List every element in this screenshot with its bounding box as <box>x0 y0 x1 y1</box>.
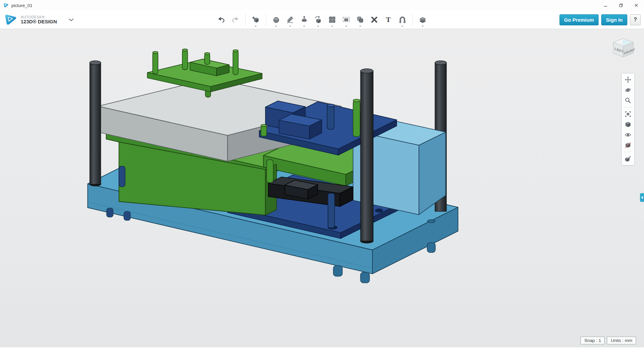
panel-expand-tab[interactable] <box>640 193 644 202</box>
material-tool-button[interactable] <box>416 11 430 28</box>
nav-separator <box>624 107 632 107</box>
modify-tool-button[interactable] <box>311 11 325 28</box>
construct-tool-button[interactable] <box>297 11 311 28</box>
construct-icon <box>300 15 309 24</box>
window-controls <box>598 0 644 11</box>
ejector-pin-upper[interactable] <box>327 105 334 129</box>
green-peg-body[interactable] <box>267 159 273 183</box>
zoom-fit-button[interactable] <box>624 110 632 118</box>
green-post[interactable] <box>353 99 360 136</box>
combine-tool-button[interactable] <box>353 11 367 28</box>
dropdown-caret <box>401 26 403 27</box>
transform-tool-button[interactable] <box>249 11 263 28</box>
clamp-pin[interactable] <box>204 54 210 64</box>
title-bar: picture_01 <box>0 0 644 11</box>
snap-setting[interactable]: Snap : 1 <box>581 337 605 344</box>
undo-icon <box>217 15 226 24</box>
restore-button[interactable] <box>613 0 629 11</box>
green-peg-body[interactable] <box>261 125 267 136</box>
app-menu-button[interactable] <box>66 15 76 25</box>
go-premium-button[interactable]: Go Premium <box>559 14 599 25</box>
guide-post-front[interactable] <box>360 69 373 243</box>
base-foot[interactable] <box>427 243 436 253</box>
account-actions: Go Premium Sign In ? <box>559 14 644 25</box>
base-foot[interactable] <box>333 266 342 276</box>
modify-icon <box>314 15 323 24</box>
dropdown-caret <box>345 26 347 27</box>
appearance-icon <box>625 155 631 162</box>
green-peg[interactable] <box>267 159 273 183</box>
minimize-button[interactable] <box>598 0 613 11</box>
text-icon: T <box>384 15 393 24</box>
snap-icon <box>370 15 379 24</box>
pattern-tool-button[interactable] <box>325 11 339 28</box>
pan-button[interactable] <box>624 76 632 83</box>
window-title: picture_01 <box>11 3 32 8</box>
clamp-pin-top <box>182 49 188 51</box>
undo-button[interactable] <box>214 11 228 28</box>
material-icon <box>419 15 427 24</box>
base-hole <box>428 220 435 223</box>
green-peg-top[interactable] <box>261 124 267 136</box>
post-top <box>90 61 101 65</box>
post-top <box>435 61 446 65</box>
zoom-icon <box>625 97 631 104</box>
leader-pin-foot[interactable] <box>107 208 113 217</box>
guide-post-body[interactable] <box>360 71 373 241</box>
green-post-cap <box>353 99 360 102</box>
snap-tool-button[interactable] <box>367 11 381 28</box>
app-brand: AUTODESK® 123D® DESIGN <box>0 13 76 26</box>
grouping-tool-button[interactable] <box>339 11 353 28</box>
clamp-pin[interactable] <box>153 52 158 74</box>
redo-button[interactable] <box>228 11 243 28</box>
hide-object-button[interactable] <box>624 141 632 149</box>
view-cube-icon: LEFT FRONT <box>609 36 637 60</box>
restore-icon <box>619 3 623 7</box>
units-setting[interactable]: Units : mm <box>607 337 636 344</box>
sketch-tool-button[interactable] <box>283 11 297 28</box>
viewport[interactable]: LEFT FRONT <box>0 29 644 347</box>
leader-pin[interactable] <box>119 166 125 187</box>
clamp-pin[interactable] <box>233 51 238 74</box>
app-logo-icon <box>3 3 9 8</box>
visibility-button[interactable] <box>624 131 632 138</box>
hide-icon <box>625 142 631 148</box>
status-bar: Snap : 1 Units : mm <box>581 337 636 344</box>
ejector-pin-lower[interactable] <box>328 193 335 228</box>
sketch-icon <box>286 15 295 24</box>
toolbar-separator <box>413 14 413 26</box>
clamp-pin[interactable] <box>182 50 188 70</box>
combine-icon <box>356 15 365 24</box>
leader-pin-left[interactable] <box>119 166 125 187</box>
text-glyph: T <box>386 16 390 24</box>
green-post-body[interactable] <box>353 100 360 136</box>
orbit-button[interactable] <box>624 86 632 94</box>
orbit-icon <box>625 87 631 93</box>
appearance-button[interactable] <box>624 155 632 162</box>
app-logo-large-icon <box>4 13 17 26</box>
dropdown-caret <box>317 26 319 27</box>
text-tool-button[interactable]: T <box>381 11 395 28</box>
redo-icon <box>231 15 240 24</box>
sign-in-button[interactable]: Sign In <box>601 14 627 25</box>
view-solid-button[interactable] <box>624 121 632 128</box>
main-toolbar: AUTODESK® 123D® DESIGN <box>0 11 644 29</box>
brand-text: AUTODESK® 123D® DESIGN <box>21 15 57 25</box>
base-foot[interactable] <box>360 272 369 283</box>
zoom-button[interactable] <box>624 97 632 104</box>
close-icon <box>634 3 638 7</box>
tool-strip: T <box>214 11 430 29</box>
measure-icon <box>398 15 407 24</box>
brand-autodesk: AUTODESK® <box>21 15 57 19</box>
scene-canvas[interactable] <box>0 29 644 347</box>
view-cube[interactable]: LEFT FRONT <box>609 36 637 61</box>
guide-post-left[interactable] <box>90 63 101 184</box>
eye-icon <box>625 131 631 138</box>
help-button[interactable]: ? <box>630 14 641 25</box>
brand-123d-design: 123D® DESIGN <box>21 19 57 25</box>
leader-pin-foot[interactable] <box>124 212 131 221</box>
close-button[interactable] <box>629 0 644 11</box>
primitives-tool-button[interactable] <box>269 11 283 28</box>
measure-tool-button[interactable] <box>395 11 410 28</box>
clamp-pin-top <box>233 50 238 52</box>
